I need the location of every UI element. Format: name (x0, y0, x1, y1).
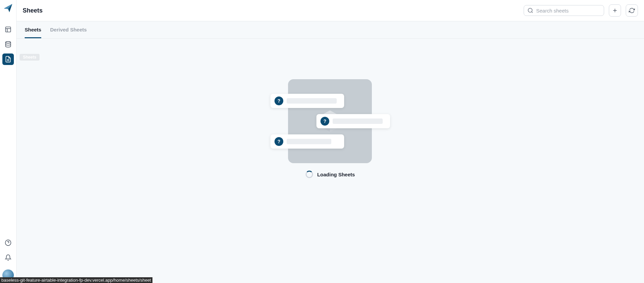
question-badge: ? (275, 96, 283, 105)
nav-layout[interactable] (2, 24, 14, 35)
tab-derived-sheets[interactable]: Derived Sheets (50, 21, 87, 38)
svg-point-5 (6, 42, 11, 43)
help-circle-icon (5, 239, 11, 246)
header: Sheets (17, 0, 644, 21)
question-badge: ? (275, 137, 283, 146)
refresh-icon (629, 7, 635, 14)
search-input[interactable] (536, 8, 600, 14)
loading-row: Loading Sheets (306, 171, 355, 178)
layout-icon (5, 26, 11, 33)
illustration-chip: ? (270, 94, 344, 108)
svg-rect-2 (6, 27, 11, 32)
add-button[interactable] (609, 4, 621, 17)
paper-plane-icon (3, 3, 13, 13)
content: ? ? ? Loading Sheets (17, 39, 644, 283)
plus-icon (612, 7, 618, 14)
placeholder-bar (287, 139, 331, 144)
svg-point-10 (528, 8, 532, 12)
database-icon (5, 41, 11, 48)
nav-notifications[interactable] (2, 252, 14, 263)
spinner-icon (306, 171, 313, 178)
search-icon (527, 7, 533, 14)
app-logo[interactable] (2, 2, 14, 14)
browser-status-url: baseless-git-feature-airtable-integratio… (0, 277, 152, 283)
page-title: Sheets (23, 7, 43, 14)
refresh-button[interactable] (626, 4, 638, 17)
bell-icon (5, 254, 11, 261)
svg-line-11 (531, 12, 532, 13)
empty-illustration: ? ? ? (271, 79, 389, 164)
placeholder-bar (333, 118, 383, 124)
loading-text: Loading Sheets (317, 172, 355, 177)
question-badge: ? (320, 117, 329, 126)
search-wrap[interactable] (524, 5, 604, 16)
illustration-chip: ? (270, 134, 344, 149)
nav-help[interactable] (2, 237, 14, 248)
placeholder-bar (287, 98, 337, 104)
nav-database[interactable] (2, 39, 14, 50)
file-text-icon (5, 56, 11, 63)
sidebar (0, 0, 17, 283)
nav-sheets[interactable] (2, 53, 14, 65)
tabs: Sheets Derived Sheets (17, 21, 644, 39)
tab-sheets[interactable]: Sheets (25, 21, 41, 38)
illustration-chip: ? (316, 114, 390, 128)
main: Sheets (17, 0, 644, 283)
